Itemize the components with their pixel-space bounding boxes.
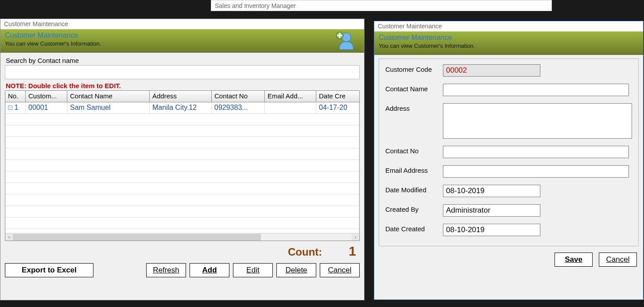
svg-rect-3 bbox=[337, 35, 342, 36]
contact-no-label: Contact No bbox=[385, 146, 443, 155]
customer-list-window: Customer Maintenance Customer Maintenanc… bbox=[0, 19, 365, 300]
list-buttons: Export to Excel Refresh Add Edit Delete … bbox=[5, 261, 360, 277]
cell-addr: Manila City.12 bbox=[150, 102, 212, 113]
table-row[interactable] bbox=[5, 114, 359, 125]
user-add-icon[interactable] bbox=[334, 29, 356, 53]
cell-name: Sam Samuel bbox=[67, 102, 150, 113]
table-row[interactable] bbox=[5, 171, 359, 183]
scroll-left-icon[interactable]: ‹ bbox=[5, 233, 13, 241]
table-row[interactable] bbox=[5, 206, 359, 218]
created-by-field[interactable] bbox=[443, 204, 540, 217]
svg-point-0 bbox=[342, 33, 351, 42]
email-label: Email Address bbox=[385, 165, 443, 174]
email-field[interactable] bbox=[443, 165, 629, 178]
date-created-label: Date Created bbox=[385, 224, 443, 233]
col-email[interactable]: Email Add... bbox=[265, 91, 316, 102]
grid-body: 1 00001 Sam Samuel Manila City.12 092938… bbox=[5, 102, 359, 231]
contact-no-field[interactable] bbox=[443, 146, 629, 158]
table-row[interactable] bbox=[5, 194, 359, 206]
edit-button[interactable]: Edit bbox=[233, 263, 273, 277]
delete-button[interactable]: Delete bbox=[276, 263, 316, 277]
banner-subtitle: You can view Customer's Information. bbox=[5, 40, 360, 47]
date-created-field[interactable] bbox=[443, 224, 540, 236]
col-contact-no[interactable]: Contact No bbox=[212, 91, 265, 102]
contact-name-label: Contact Name bbox=[385, 84, 443, 93]
banner-title: Customer Maintenance bbox=[5, 31, 360, 39]
cell-email bbox=[265, 102, 316, 113]
cell-contact: 0929383... bbox=[212, 102, 265, 113]
edit-note: NOTE: Double click the item to EDIT. bbox=[6, 82, 359, 89]
customer-grid[interactable]: No. Custom... Contact Name Address Conta… bbox=[5, 90, 360, 241]
form-buttons: Save Cancel bbox=[379, 246, 639, 267]
table-row[interactable]: 1 00001 Sam Samuel Manila City.12 092938… bbox=[5, 102, 359, 114]
customer-code-field[interactable] bbox=[443, 64, 540, 77]
col-code[interactable]: Custom... bbox=[26, 91, 67, 102]
count-value: 1 bbox=[349, 244, 356, 259]
search-input[interactable] bbox=[5, 65, 360, 79]
save-button[interactable]: Save bbox=[555, 253, 593, 267]
col-contact-name[interactable]: Contact Name bbox=[67, 91, 150, 102]
list-content: Search by Contact name NOTE: Double clic… bbox=[0, 53, 364, 300]
horizontal-scrollbar[interactable]: ‹ › bbox=[5, 233, 359, 241]
cell-no: 1 bbox=[14, 104, 18, 111]
col-date-created[interactable]: Date Cre bbox=[316, 91, 357, 102]
table-row[interactable] bbox=[5, 218, 359, 229]
cell-date: 04-17-20 bbox=[316, 102, 357, 113]
table-row[interactable] bbox=[5, 148, 359, 160]
banner-subtitle: You can view Customer's Information. bbox=[379, 43, 639, 49]
date-modified-field[interactable] bbox=[443, 185, 540, 197]
banner: Customer Maintenance You can view Custom… bbox=[0, 29, 364, 53]
created-by-label: Created By bbox=[385, 204, 443, 213]
row-icon bbox=[8, 105, 12, 110]
customer-form-window: Customer Maintenance Customer Maintenanc… bbox=[374, 21, 644, 300]
window-titlebar[interactable]: Customer Maintenance bbox=[374, 21, 643, 31]
cancel-button[interactable]: Cancel bbox=[599, 253, 637, 267]
refresh-button[interactable]: Refresh bbox=[146, 263, 186, 277]
search-label: Search by Contact name bbox=[6, 57, 360, 64]
date-modified-label: Date Modified bbox=[385, 185, 443, 194]
count-label: Count: bbox=[288, 246, 322, 258]
customer-code-label: Customer Code bbox=[385, 64, 443, 73]
count-row: Count: 1 bbox=[5, 241, 360, 261]
cancel-button[interactable]: Cancel bbox=[320, 263, 360, 277]
table-row[interactable] bbox=[5, 160, 359, 171]
col-no[interactable]: No. bbox=[5, 91, 26, 102]
col-address[interactable]: Address bbox=[150, 91, 212, 102]
banner: Customer Maintenance You can view Custom… bbox=[374, 31, 643, 55]
mdi-title: Sales and Inventory Manager bbox=[211, 0, 552, 11]
contact-name-field[interactable] bbox=[443, 84, 629, 96]
grid-header: No. Custom... Contact Name Address Conta… bbox=[5, 91, 359, 102]
table-row[interactable] bbox=[5, 125, 359, 137]
window-titlebar[interactable]: Customer Maintenance bbox=[0, 19, 364, 29]
form-content: Customer Code Contact Name Address Conta… bbox=[374, 55, 643, 299]
cell-code: 00001 bbox=[26, 102, 67, 113]
banner-title: Customer Maintenance bbox=[379, 34, 639, 42]
table-row[interactable] bbox=[5, 137, 359, 148]
scroll-right-icon[interactable]: › bbox=[352, 233, 359, 241]
export-excel-button[interactable]: Export to Excel bbox=[5, 263, 93, 277]
table-row[interactable] bbox=[5, 183, 359, 194]
address-field[interactable] bbox=[443, 103, 632, 139]
form-group: Customer Code Contact Name Address Conta… bbox=[379, 58, 639, 246]
address-label: Address bbox=[385, 103, 443, 112]
add-button[interactable]: Add bbox=[190, 263, 229, 277]
